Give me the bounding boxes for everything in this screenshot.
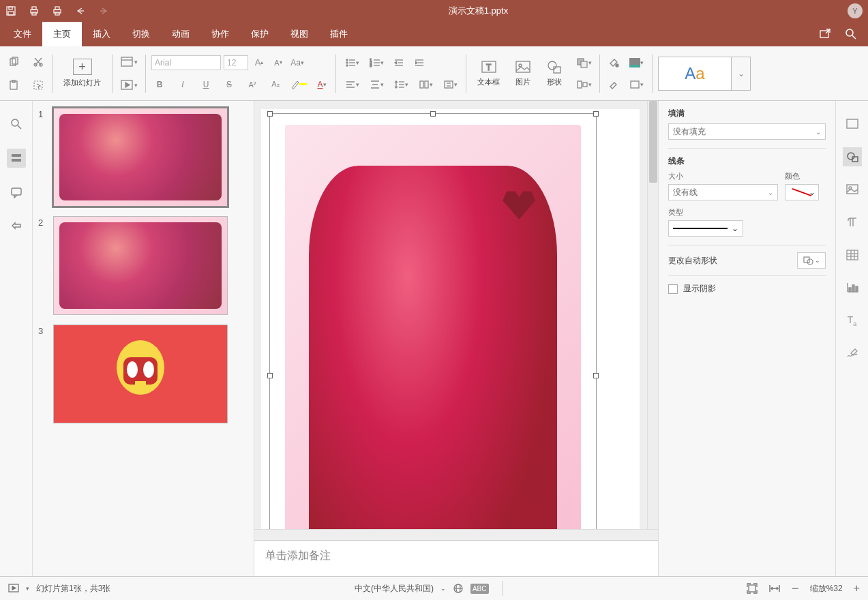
fill-select[interactable]: 没有填充⌄ <box>668 123 826 140</box>
align-objects-icon[interactable]: ▾ <box>573 76 594 93</box>
tab-transition[interactable]: 切换 <box>121 22 161 46</box>
strike-icon[interactable]: S <box>221 76 237 93</box>
undo-icon[interactable] <box>75 5 86 16</box>
fit-width-icon[interactable] <box>768 584 781 593</box>
bold-icon[interactable]: B <box>151 76 168 93</box>
numbering-icon[interactable]: 123▾ <box>366 55 387 71</box>
resize-handle[interactable] <box>593 111 599 117</box>
slide-thumb-3[interactable] <box>53 325 228 423</box>
shape-settings-icon[interactable] <box>843 147 862 166</box>
inc-indent-icon[interactable] <box>411 55 428 71</box>
play-icon[interactable]: ▾ <box>118 77 140 93</box>
align-v-icon[interactable]: ▾ <box>366 76 387 93</box>
language-label[interactable]: 中文(中华人民共和国) <box>355 583 434 595</box>
change-case-icon[interactable]: Aa▾ <box>289 55 305 71</box>
line-color-select[interactable]: ⌄ <box>785 184 819 200</box>
text-art-icon[interactable]: Ta <box>843 311 862 330</box>
fill-bucket-icon[interactable] <box>605 55 622 71</box>
paragraph-settings-icon[interactable] <box>843 213 862 232</box>
cut-icon[interactable] <box>30 54 46 70</box>
save-icon[interactable] <box>5 5 16 16</box>
slides-panel-icon[interactable] <box>7 149 26 168</box>
redo-icon[interactable] <box>98 5 109 16</box>
horizontal-scrollbar[interactable] <box>254 529 658 540</box>
shadow-checkbox[interactable]: 显示阴影 <box>668 283 826 295</box>
highlight-icon[interactable] <box>290 76 307 93</box>
bullets-icon[interactable]: ▾ <box>342 55 362 71</box>
image-button[interactable]: 图片 <box>509 57 537 90</box>
slide-size-icon[interactable]: ▾ <box>626 76 646 93</box>
slideshow-icon[interactable] <box>8 584 19 593</box>
theme-style-dropdown[interactable]: ⌄ <box>732 57 751 91</box>
font-select[interactable] <box>151 55 221 70</box>
tab-animation[interactable]: 动画 <box>161 22 200 46</box>
feedback-icon[interactable] <box>7 217 26 236</box>
fontsize-select[interactable] <box>224 55 248 70</box>
line-spacing-icon[interactable]: ▾ <box>391 76 411 93</box>
superscript-icon[interactable]: A² <box>244 76 260 93</box>
line-size-select[interactable]: 没有线⌄ <box>668 184 778 200</box>
theme-style[interactable]: Aa <box>658 57 732 91</box>
align-h-icon[interactable]: ▾ <box>342 76 362 93</box>
resize-handle[interactable] <box>267 111 273 117</box>
slideshow-dropdown[interactable]: ▾ <box>26 585 29 592</box>
copy-icon[interactable] <box>5 54 22 70</box>
globe-icon[interactable] <box>453 583 464 594</box>
slide-thumb-1[interactable] <box>53 108 228 207</box>
fit-icon[interactable] <box>747 583 758 594</box>
arrange-icon[interactable]: ▾ <box>573 55 594 71</box>
zoom-level[interactable]: 缩放%32 <box>810 583 843 595</box>
italic-icon[interactable]: I <box>175 76 191 93</box>
add-slide-button[interactable]: + 添加幻灯片 <box>58 56 106 91</box>
svg-rect-17 <box>34 81 42 89</box>
comments-panel-icon[interactable] <box>7 183 26 202</box>
shrink-font-icon[interactable]: A▾ <box>270 55 286 71</box>
resize-handle[interactable] <box>267 373 273 378</box>
zoom-in-icon[interactable]: + <box>854 582 860 595</box>
columns-icon[interactable]: ▾ <box>415 76 436 93</box>
tab-plugin[interactable]: 插件 <box>319 22 359 46</box>
resize-handle[interactable] <box>593 373 599 378</box>
layout-icon[interactable]: ▾ <box>118 54 140 70</box>
eraser-icon[interactable] <box>605 76 622 93</box>
tab-insert[interactable]: 插入 <box>82 22 121 46</box>
underline-icon[interactable]: U <box>198 76 214 93</box>
shape-button[interactable]: 形状 <box>541 57 568 90</box>
selection-box[interactable]: 我是Stark-C <box>269 113 597 529</box>
print-icon[interactable] <box>29 5 40 16</box>
zoom-out-icon[interactable]: − <box>792 582 799 596</box>
text-direction-icon[interactable]: ▾ <box>440 76 460 93</box>
table-settings-icon[interactable] <box>843 245 862 265</box>
notes-area[interactable]: 单击添加备注 <box>254 540 658 576</box>
search-icon[interactable] <box>845 28 857 40</box>
color-fill-icon[interactable]: ▾ <box>626 55 646 71</box>
tab-file[interactable]: 文件 <box>3 22 42 46</box>
slide-canvas[interactable]: 我是Stark-C <box>261 109 640 529</box>
subscript-icon[interactable]: A₂ <box>267 76 284 93</box>
tab-protect[interactable]: 保护 <box>240 22 280 46</box>
quick-print-icon[interactable] <box>52 5 63 16</box>
font-color-icon[interactable]: A▾ <box>314 76 330 93</box>
paste-icon[interactable] <box>5 77 22 93</box>
dec-indent-icon[interactable] <box>391 55 407 71</box>
spellcheck-icon[interactable]: ABC <box>470 584 489 594</box>
select-icon[interactable] <box>30 77 46 93</box>
change-shape-button[interactable]: ⌄ <box>797 252 826 269</box>
tab-home[interactable]: 主页 <box>42 22 82 46</box>
slide-settings-icon[interactable] <box>843 115 862 134</box>
signature-icon[interactable] <box>843 344 862 363</box>
chart-settings-icon[interactable] <box>843 278 862 297</box>
user-avatar[interactable]: Y <box>848 3 863 18</box>
vertical-scrollbar[interactable] <box>647 101 658 529</box>
resize-handle[interactable] <box>430 111 436 117</box>
textbox-button[interactable]: T文本框 <box>472 57 505 90</box>
tab-view[interactable]: 视图 <box>280 22 319 46</box>
line-type-select[interactable]: ⌄ <box>668 220 743 237</box>
grow-font-icon[interactable]: A▴ <box>251 55 267 71</box>
tab-collab[interactable]: 协作 <box>200 22 240 46</box>
open-location-icon[interactable] <box>819 28 831 40</box>
image-settings-icon[interactable] <box>843 180 862 199</box>
search-panel-icon[interactable] <box>7 115 26 134</box>
right-panel: 填满 没有填充⌄ 线条 大小 没有线⌄ 颜色 ⌄ 类型 ⌄ 更改 <box>658 101 835 576</box>
slide-thumb-2[interactable] <box>53 216 228 315</box>
